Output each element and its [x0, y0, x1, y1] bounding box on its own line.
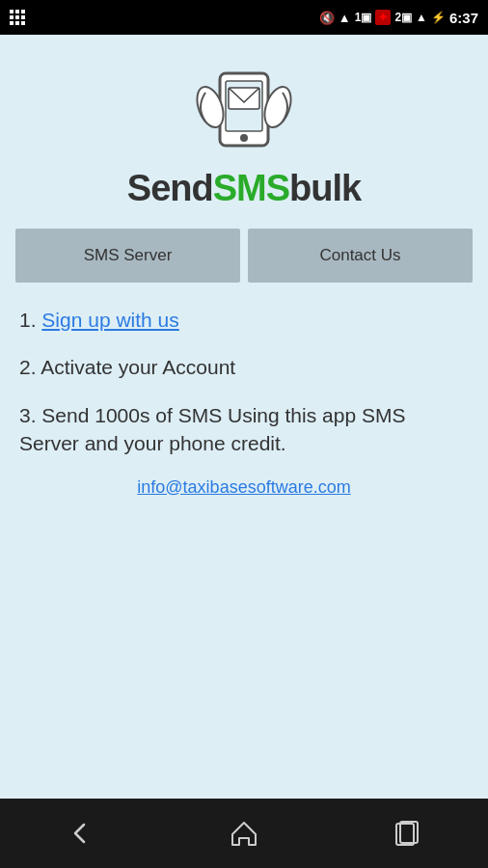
status-bar: 🔇 ▲ 1▣ ✦ 2▣ ▲ ⚡ 6:37 — [0, 0, 488, 35]
svg-rect-7 — [396, 824, 414, 845]
recents-button[interactable] — [378, 814, 436, 853]
back-button[interactable] — [52, 814, 110, 853]
status-bar-right: 🔇 ▲ 1▣ ✦ 2▣ ▲ ⚡ 6:37 — [319, 10, 478, 26]
signal-icon: ▲ — [416, 11, 427, 24]
sim2-icon: 2▣ — [394, 11, 412, 24]
contact-us-button[interactable]: Contact Us — [248, 229, 473, 283]
app-container: SendSMSbulk SMS Server Contact Us 1. Sig… — [0, 35, 488, 799]
app-logo — [191, 54, 297, 160]
step-3: 3. Send 1000s of SMS Using this app SMS … — [19, 401, 469, 458]
step-1: 1. Sign up with us — [19, 306, 469, 334]
step-2-text: Activate your Account — [41, 356, 235, 378]
nav-bar — [0, 799, 488, 868]
buttons-row: SMS Server Contact Us — [0, 229, 488, 283]
brand-name: SendSMSbulk — [127, 168, 361, 209]
step-1-number: 1. — [19, 309, 41, 331]
step-3-text: Send 1000s of SMS Using this app SMS Ser… — [19, 404, 405, 454]
sms-server-button[interactable]: SMS Server — [15, 229, 240, 283]
logo-area: SendSMSbulk — [127, 54, 361, 209]
recents-icon — [393, 819, 421, 848]
status-bar-left — [10, 10, 25, 25]
svg-marker-6 — [232, 823, 256, 845]
content-area: 1. Sign up with us 2. Activate your Acco… — [0, 306, 488, 799]
email-link[interactable]: info@taxibasesoftware.com — [19, 477, 469, 498]
brand-part1: Send — [127, 168, 213, 208]
brand-part2: SMS — [213, 168, 289, 208]
back-icon — [67, 819, 95, 848]
sim-icon: 1▣ — [355, 11, 372, 24]
brand-part3: bulk — [289, 168, 361, 208]
step-3-number: 3. — [19, 404, 41, 426]
home-button[interactable] — [215, 814, 273, 853]
sign-up-link[interactable]: Sign up with us — [41, 309, 178, 331]
mute-icon: 🔇 — [319, 11, 335, 25]
time-display: 6:37 — [449, 10, 478, 26]
wifi-icon: ▲ — [339, 11, 351, 25]
svg-rect-8 — [400, 822, 418, 843]
battery-icon: ⚡ — [431, 11, 446, 24]
svg-point-2 — [240, 134, 248, 142]
alert-icon: ✦ — [375, 10, 391, 25]
step-2: 2. Activate your Account — [19, 353, 469, 381]
svg-rect-3 — [229, 88, 259, 109]
step-2-number: 2. — [19, 356, 41, 378]
grid-icon — [10, 10, 25, 25]
home-icon — [230, 819, 258, 848]
